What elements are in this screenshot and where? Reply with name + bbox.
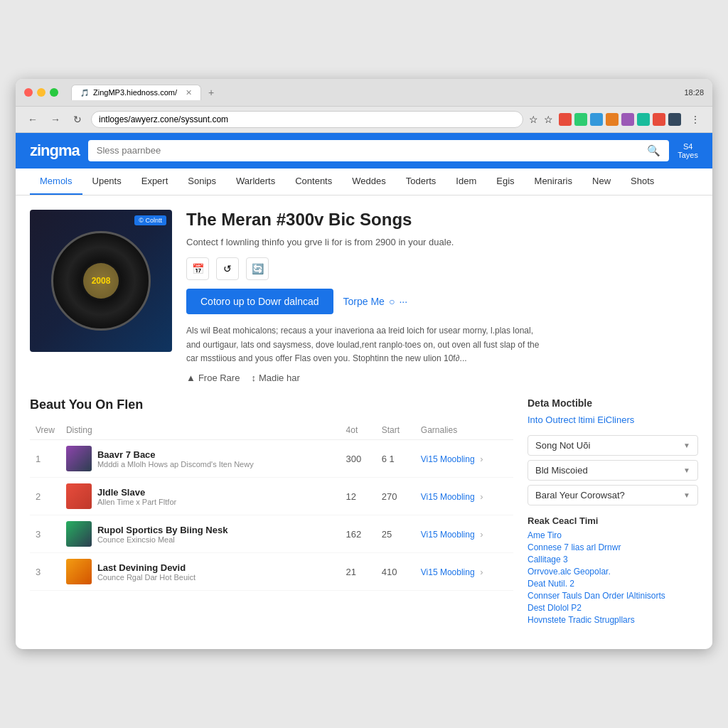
- nav-item-memols[interactable]: Memols: [30, 168, 82, 195]
- track-list-body: 1 Baavr 7 Bace Mdddi a Mlolh Hows ap Dis…: [30, 440, 513, 591]
- sidebar-list-item-0[interactable]: Ame Tiro: [528, 530, 698, 540]
- minimize-button[interactable]: [37, 88, 46, 97]
- sidebar-header: Deta Moctible: [528, 397, 698, 409]
- listen-link-2[interactable]: Vi15 Moobling: [421, 492, 475, 502]
- sidebar-dropdown-3[interactable]: Baral Yeur Corowsat? ▼: [528, 485, 698, 505]
- active-tab[interactable]: 🎵 ZingMP3.hiednoss.com/ ✕: [71, 85, 201, 100]
- track-thumb-4: [66, 559, 92, 584]
- sidebar-top-link[interactable]: Into Outrect ltimi EiCliners: [528, 414, 698, 425]
- new-tab-button[interactable]: +: [204, 87, 218, 98]
- col-garnalies: Garnalies: [415, 421, 513, 440]
- nav-item-shots[interactable]: Shots: [621, 168, 664, 195]
- track-listen-2[interactable]: Vi15 Moobling ›: [415, 478, 513, 515]
- listen-link-4[interactable]: Vi15 Moobling: [421, 567, 475, 577]
- forward-button[interactable]: →: [47, 112, 64, 127]
- track-list-section: Beaut You On Flen Vrew Disting 4ot Start…: [30, 397, 513, 635]
- download-button[interactable]: Cotoro up to Dowr dalncad: [186, 289, 333, 314]
- tab-favicon: 🎵: [80, 89, 89, 97]
- ext-icon-8: [668, 113, 681, 126]
- refresh-icon[interactable]: 🔄: [246, 257, 269, 280]
- album-cover: 2008 © Colntt: [30, 210, 172, 352]
- menu-button[interactable]: ⋮: [687, 112, 704, 127]
- col-empty: [325, 421, 340, 440]
- chevron-down-icon-2: ▼: [683, 466, 690, 474]
- madie-har-label: Madie har: [259, 373, 300, 383]
- track-thumb-1: [66, 446, 92, 471]
- reload-button[interactable]: ↻: [70, 112, 85, 127]
- shuffle-icon[interactable]: ↺: [216, 257, 239, 280]
- track-arrow-2: ›: [480, 491, 483, 502]
- nav-item-idem[interactable]: Idem: [446, 168, 486, 195]
- sidebar-dropdown-2[interactable]: Bld Miscoied ▼: [528, 460, 698, 481]
- sidebar-main-section: Deta Moctible Into Outrect ltimi EiCline…: [528, 397, 698, 425]
- track-4ot-1: 300: [341, 440, 376, 478]
- vinyl-center: 2008: [83, 263, 119, 299]
- track-artist-3: Counce Exincsio Meal: [97, 535, 228, 544]
- nav-item-warlderts[interactable]: Warlderts: [226, 168, 285, 195]
- nav-item-egis[interactable]: Egis: [486, 168, 524, 195]
- sidebar: Deta Moctible Into Outrect ltimi EiCline…: [528, 397, 698, 635]
- bookmark-button-2[interactable]: ☆: [544, 114, 553, 125]
- account-info[interactable]: S4 Tayes: [678, 142, 698, 159]
- follow-button[interactable]: Torpe Me ○ ···: [343, 296, 408, 307]
- nav-item-upents[interactable]: Upents: [82, 168, 132, 195]
- address-bar: ← → ↻ ☆ ☆ ⋮: [16, 107, 712, 133]
- browser-window: 🎵 ZingMP3.hiednoss.com/ ✕ + 18:28 ← → ↻ …: [16, 79, 712, 649]
- nav-item-weddes[interactable]: Weddes: [342, 168, 395, 195]
- button-row: Cotoro up to Dowr dalncad Torpe Me ○ ···: [186, 289, 698, 314]
- sidebar-list-item-3[interactable]: Orrvove.alc Geopolar.: [528, 567, 698, 577]
- madie-har-link[interactable]: ↕ Madie har: [251, 373, 299, 383]
- title-bar: 🎵 ZingMP3.hiednoss.com/ ✕ + 18:28: [16, 79, 712, 107]
- site-nav: Memols Upents Expert Sonips Warlderts Co…: [16, 168, 712, 196]
- nav-item-expert[interactable]: Expert: [132, 168, 178, 195]
- ext-icon-4: [606, 113, 619, 126]
- track-thumb-3: [66, 521, 92, 547]
- col-vrew: Vrew: [30, 421, 60, 440]
- nav-item-new[interactable]: New: [582, 168, 621, 195]
- sidebar-list-item-7[interactable]: Hovnstete Tradic Strugpllars: [528, 615, 698, 625]
- sidebar-list-item-5[interactable]: Connser Tauls Dan Order lAltinisorts: [528, 591, 698, 601]
- nav-item-meniraris[interactable]: Meniraris: [525, 168, 582, 195]
- sidebar-list-item-1[interactable]: Connese 7 lias arl Drnwr: [528, 542, 698, 552]
- track-info-3: Rupol Sportics By Biing Nesk Counce Exin…: [60, 515, 325, 553]
- track-artist-4: Counce Rgal Dar Hot Beuict: [97, 573, 196, 582]
- back-button[interactable]: ←: [24, 112, 41, 127]
- url-input[interactable]: [91, 111, 523, 128]
- track-start-1: 6 1: [376, 440, 415, 478]
- track-num-1: 1: [30, 440, 60, 478]
- track-arrow-4: ›: [480, 567, 483, 577]
- track-listen-3[interactable]: Vi15 Moobling ›: [415, 515, 513, 553]
- sidebar-list-item-6[interactable]: Dest Dlolol P2: [528, 603, 698, 613]
- traffic-lights: [24, 88, 58, 97]
- ext-icon-7: [653, 113, 665, 126]
- tab-close[interactable]: ✕: [186, 88, 192, 97]
- free-rare-link[interactable]: ▲ Froe Rare: [186, 373, 240, 383]
- table-row: 3 Last Devining Devid Counce Rgal Dar Ho…: [30, 553, 513, 591]
- col-start: Start: [376, 421, 415, 440]
- album-long-description: Als wil Beat mohicalons; recaus a your i…: [186, 324, 542, 365]
- site-header: zingma 🔍 S4 Tayes: [16, 133, 712, 168]
- listen-link-3[interactable]: Vi15 Moobling: [421, 530, 475, 540]
- listen-link-1[interactable]: Vi15 Moobling: [421, 454, 475, 464]
- bookmark-button[interactable]: ☆: [529, 114, 538, 125]
- track-start-2: 270: [376, 478, 415, 515]
- album-actions: 📅 ↺ 🔄: [186, 257, 698, 280]
- search-input[interactable]: [97, 145, 647, 156]
- site-logo[interactable]: zingma: [30, 141, 80, 160]
- track-num-2: 2: [30, 478, 60, 515]
- nav-item-sonips[interactable]: Sonips: [178, 168, 226, 195]
- track-listen-1[interactable]: Vi15 Moobling ›: [415, 440, 513, 478]
- close-button[interactable]: [24, 88, 33, 97]
- nav-item-toderts[interactable]: Toderts: [396, 168, 446, 195]
- track-listen-4[interactable]: Vi15 Moobling ›: [415, 553, 513, 591]
- calendar-icon[interactable]: 📅: [186, 257, 209, 280]
- more-icon[interactable]: ···: [399, 296, 407, 307]
- maximize-button[interactable]: [50, 88, 58, 97]
- dropdown-label-3: Baral Yeur Corowsat?: [535, 490, 625, 500]
- sidebar-list-item-4[interactable]: Deat Nutil. 2: [528, 579, 698, 589]
- nav-item-contents[interactable]: Contents: [285, 168, 342, 195]
- search-icon[interactable]: 🔍: [647, 144, 660, 157]
- ext-icon-5: [621, 113, 634, 126]
- sidebar-list-item-2[interactable]: Callitage 3: [528, 555, 698, 564]
- sidebar-dropdown-1[interactable]: Song Not Uõi ▼: [528, 435, 698, 456]
